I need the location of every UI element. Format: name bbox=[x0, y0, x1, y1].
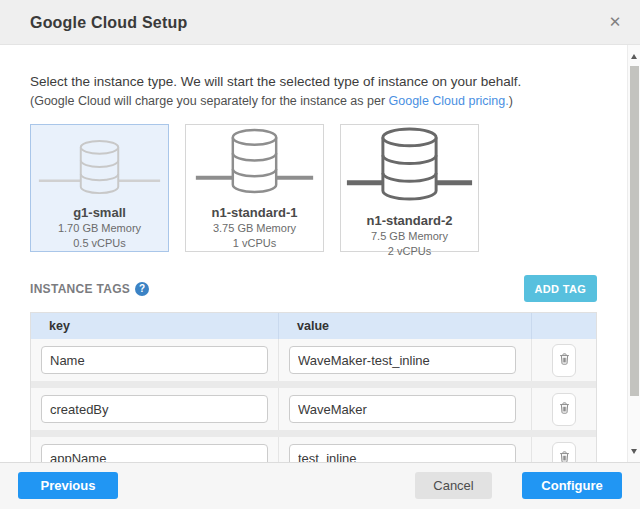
column-header-actions bbox=[531, 313, 596, 339]
tag-value-input[interactable] bbox=[289, 444, 516, 462]
instance-card-g1-small[interactable]: g1-small 1.70 GB Memory 0.5 vCPUs bbox=[30, 124, 169, 252]
instance-vcpus: 0.5 vCPUs bbox=[73, 236, 126, 251]
add-tag-button[interactable]: ADD TAG bbox=[524, 275, 597, 302]
instance-type-cards: g1-small 1.70 GB Memory 0.5 vCPUs n1-sta… bbox=[30, 124, 597, 252]
table-row bbox=[31, 339, 596, 381]
instance-name: n1-standard-2 bbox=[367, 213, 453, 229]
delete-tag-button[interactable] bbox=[552, 442, 576, 463]
dialog-footer: Previous Cancel Configure bbox=[0, 462, 640, 509]
instance-tags-label: INSTANCE TAGS bbox=[30, 282, 130, 296]
instance-name: g1-small bbox=[73, 205, 126, 221]
dialog-body: Select the instance type. We will start … bbox=[0, 45, 640, 462]
scrollbar[interactable] bbox=[627, 45, 640, 462]
trash-icon bbox=[557, 351, 572, 370]
tag-key-input[interactable] bbox=[41, 444, 268, 462]
database-icon bbox=[186, 125, 323, 203]
delete-tag-button[interactable] bbox=[552, 393, 576, 426]
tag-value-input[interactable] bbox=[289, 395, 516, 423]
instance-card-n1-standard-2[interactable]: n1-standard-2 7.5 GB Memory 2 vCPUs bbox=[340, 124, 479, 252]
database-icon bbox=[341, 125, 478, 211]
previous-button[interactable]: Previous bbox=[18, 472, 118, 499]
column-header-key: key bbox=[31, 313, 278, 339]
delete-tag-button[interactable] bbox=[552, 344, 576, 377]
close-icon[interactable]: ✕ bbox=[605, 12, 625, 32]
help-icon[interactable]: ? bbox=[135, 282, 149, 296]
column-header-value: value bbox=[278, 313, 531, 339]
instance-memory: 7.5 GB Memory bbox=[371, 229, 448, 244]
configure-button[interactable]: Configure bbox=[522, 472, 622, 499]
table-row bbox=[31, 388, 596, 430]
tag-value-input[interactable] bbox=[289, 346, 516, 374]
scroll-up-icon[interactable] bbox=[631, 54, 637, 59]
pricing-note: (Google Cloud will charge you separately… bbox=[30, 93, 597, 109]
pricing-note-prefix: (Google Cloud will charge you separately… bbox=[30, 94, 389, 108]
instance-vcpus: 2 vCPUs bbox=[388, 244, 431, 259]
google-cloud-setup-dialog: Google Cloud Setup ✕ Select the instance… bbox=[0, 0, 640, 509]
database-icon bbox=[31, 125, 168, 203]
instance-tags-table: key value bbox=[30, 312, 597, 462]
cancel-button[interactable]: Cancel bbox=[415, 472, 492, 499]
tag-key-input[interactable] bbox=[41, 346, 268, 374]
trash-icon bbox=[557, 400, 572, 419]
table-header-row: key value bbox=[31, 313, 596, 339]
instance-name: n1-standard-1 bbox=[212, 205, 298, 221]
trash-icon bbox=[557, 449, 572, 463]
instance-memory: 3.75 GB Memory bbox=[213, 221, 296, 236]
table-row bbox=[31, 437, 596, 462]
dialog-header: Google Cloud Setup ✕ bbox=[0, 0, 640, 45]
intro-text: Select the instance type. We will start … bbox=[30, 73, 597, 90]
scroll-down-icon[interactable] bbox=[631, 449, 637, 454]
instance-tags-bar: INSTANCE TAGS ? ADD TAG bbox=[30, 275, 597, 302]
dialog-title: Google Cloud Setup bbox=[30, 0, 187, 45]
instance-memory: 1.70 GB Memory bbox=[58, 221, 141, 236]
pricing-link[interactable]: Google Cloud pricing. bbox=[389, 94, 509, 108]
instance-vcpus: 1 vCPUs bbox=[233, 236, 276, 251]
instance-card-n1-standard-1[interactable]: n1-standard-1 3.75 GB Memory 1 vCPUs bbox=[185, 124, 324, 252]
scrollbar-thumb[interactable] bbox=[630, 66, 639, 396]
pricing-note-suffix: ) bbox=[509, 94, 513, 108]
tag-key-input[interactable] bbox=[41, 395, 268, 423]
